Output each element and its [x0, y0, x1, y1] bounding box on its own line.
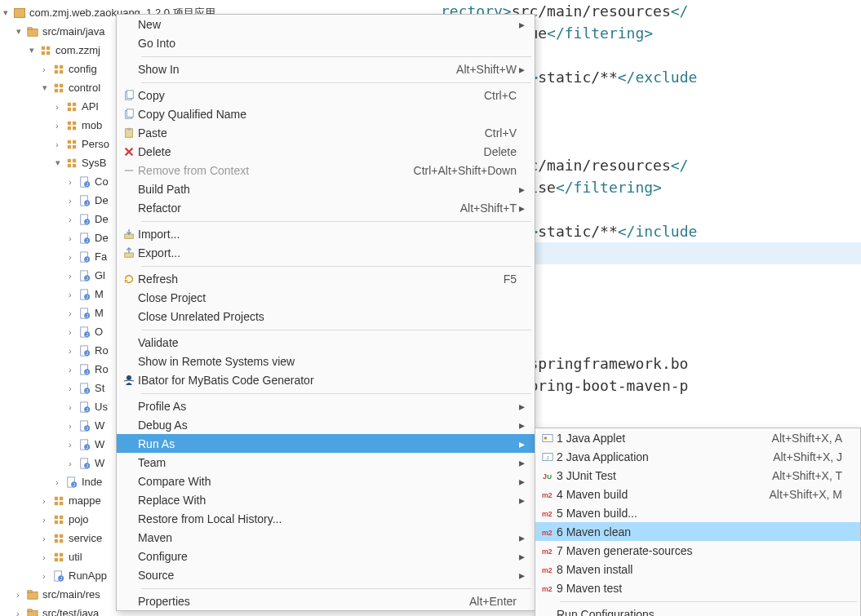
context_menu-item[interactable]: New▸	[117, 15, 535, 33]
expand-icon[interactable]: ›	[69, 177, 78, 187]
expand-icon[interactable]: ›	[42, 571, 52, 581]
context_menu-item[interactable]: Go Into	[117, 33, 535, 52]
context_menu-item: Remove from ContextCtrl+Alt+Shift+Down	[117, 161, 535, 179]
context_menu-item[interactable]: Import...	[117, 224, 535, 243]
expand-icon[interactable]: ›	[55, 121, 65, 131]
context_menu-item[interactable]: Export...	[117, 243, 535, 262]
context_menu-item[interactable]: Configure▸	[117, 547, 535, 565]
tree-item-label: Us	[95, 401, 108, 413]
context_menu-item[interactable]: Compare With▸	[117, 472, 535, 490]
expand-icon[interactable]: ▾	[3, 7, 13, 18]
menu-item-label: Close Project	[138, 291, 517, 304]
run-as-submenu[interactable]: 1 Java AppletAlt+Shift+X, AJ2 Java Appli…	[535, 428, 861, 616]
expand-icon[interactable]: ›	[69, 327, 78, 337]
expand-icon[interactable]: ›	[69, 308, 78, 318]
svg-rect-103	[28, 609, 32, 611]
svg-text:m2: m2	[542, 528, 553, 536]
package-icon	[52, 551, 65, 564]
context_menu-item[interactable]: DeleteDelete	[117, 142, 535, 161]
expand-icon[interactable]: ›	[69, 421, 78, 431]
svg-rect-13	[60, 88, 63, 91]
expand-icon[interactable]: ›	[69, 196, 78, 206]
expand-icon[interactable]: ›	[69, 402, 78, 412]
submenu-item[interactable]: J2 Java ApplicationAlt+Shift+X, J	[535, 447, 860, 466]
context_menu-item[interactable]: PasteCtrl+V	[117, 123, 535, 142]
context_menu-item[interactable]: Team▸	[117, 453, 535, 472]
context_menu-item[interactable]: Debug As▸	[117, 415, 535, 434]
context_menu-item[interactable]: Show in Remote Systems view	[117, 352, 535, 370]
expand-icon[interactable]: ›	[69, 346, 78, 356]
expand-icon[interactable]: ›	[42, 534, 52, 543]
expand-icon[interactable]: ›	[55, 477, 65, 487]
expand-icon[interactable]: ›	[69, 383, 78, 393]
menu-item-label: Debug As	[138, 419, 517, 432]
submenu-item[interactable]: m25 Maven build...	[535, 503, 860, 522]
expand-icon[interactable]: ›	[42, 496, 52, 506]
m2-icon: m2	[539, 564, 557, 575]
svg-rect-7	[60, 64, 63, 68]
menu-item-label: 8 Maven install	[557, 563, 842, 576]
submenu-item[interactable]: m28 Maven install	[535, 560, 860, 578]
context_menu-item[interactable]: Close Project	[117, 288, 535, 307]
class-icon: J	[78, 175, 91, 188]
expand-icon[interactable]: ›	[42, 552, 52, 562]
context_menu-item[interactable]: Source▸	[117, 565, 535, 584]
submenu-arrow-icon: ▸	[517, 183, 525, 196]
expand-icon[interactable]: ›	[69, 459, 78, 468]
menu-item-label: New	[138, 18, 517, 31]
context_menu-item[interactable]: Show InAlt+Shift+W▸	[117, 60, 535, 78]
submenu-item[interactable]: m29 Maven test	[535, 578, 860, 597]
expand-icon[interactable]: ▾	[16, 26, 26, 37]
context_menu-item[interactable]: Maven▸	[117, 528, 535, 547]
expand-icon[interactable]: ▾	[42, 82, 52, 93]
context_menu-item[interactable]: Replace With▸	[117, 490, 535, 509]
package-icon	[52, 513, 65, 526]
context_menu-item[interactable]: Validate	[117, 333, 535, 352]
context_menu-item[interactable]: Copy Qualified Name	[117, 104, 535, 123]
submenu-item[interactable]: JU3 JUnit TestAlt+Shift+X, T	[535, 466, 860, 485]
menu-item-label: Export...	[138, 246, 517, 259]
submenu-item[interactable]: m26 Maven clean	[535, 522, 860, 541]
expand-icon[interactable]: ›	[42, 64, 52, 74]
expand-icon[interactable]: ›	[55, 102, 65, 112]
submenu-item[interactable]: m24 Maven buildAlt+Shift+X, M	[535, 485, 860, 503]
submenu-arrow-icon: ▸	[517, 456, 525, 469]
expand-icon[interactable]: ›	[69, 252, 78, 262]
expand-icon[interactable]: ›	[69, 365, 78, 374]
context_menu-item[interactable]: Restore from Local History...	[117, 509, 535, 528]
expand-icon[interactable]: ▾	[29, 45, 39, 55]
expand-icon[interactable]: ▾	[55, 157, 65, 168]
submenu-item[interactable]: 1 Java AppletAlt+Shift+X, A	[535, 428, 860, 447]
expand-icon[interactable]: ›	[69, 271, 78, 281]
context_menu-item[interactable]: IBator for MyBatis Code Generator	[117, 370, 535, 389]
context_menu-item[interactable]: Run As▸	[117, 434, 535, 453]
paste-icon	[120, 127, 138, 139]
expand-icon[interactable]: ›	[69, 440, 78, 450]
menu-item-accelerator: F5	[490, 273, 517, 286]
expand-icon[interactable]: ›	[69, 290, 78, 299]
svg-rect-91	[55, 538, 58, 542]
package-icon	[52, 82, 65, 95]
menu-item-label: Maven	[138, 531, 517, 544]
expand-icon[interactable]: ›	[69, 215, 78, 224]
menu-item-label: Show in Remote Systems view	[138, 355, 517, 368]
expand-icon[interactable]: ›	[42, 515, 52, 525]
context_menu-item[interactable]: Build Path▸	[117, 179, 535, 198]
submenu-item[interactable]: m27 Maven generate-sources	[535, 541, 860, 560]
context-menu[interactable]: New▸Go IntoShow InAlt+Shift+W▸CopyCtrl+C…	[116, 14, 535, 611]
context_menu-item[interactable]: RefactorAlt+Shift+T▸	[117, 198, 535, 217]
submenu-item[interactable]: Run Configurations...	[535, 605, 860, 616]
submenu-arrow-icon: ▸	[517, 437, 525, 450]
tree-item-label: SysB	[82, 157, 106, 169]
menu-separator	[141, 266, 531, 267]
expand-icon[interactable]: ›	[16, 590, 26, 600]
context_menu-item[interactable]: Close Unrelated Projects	[117, 307, 535, 326]
context_menu-item[interactable]: RefreshF5	[117, 269, 535, 288]
expand-icon[interactable]: ›	[55, 140, 65, 149]
expand-icon[interactable]: ›	[16, 609, 26, 617]
expand-icon[interactable]: ›	[69, 233, 78, 243]
context_menu-item[interactable]: PropertiesAlt+Enter	[117, 592, 535, 610]
context_menu-item[interactable]: Profile As▸	[117, 397, 535, 415]
delete-icon	[120, 146, 138, 157]
context_menu-item[interactable]: CopyCtrl+C	[117, 86, 535, 104]
